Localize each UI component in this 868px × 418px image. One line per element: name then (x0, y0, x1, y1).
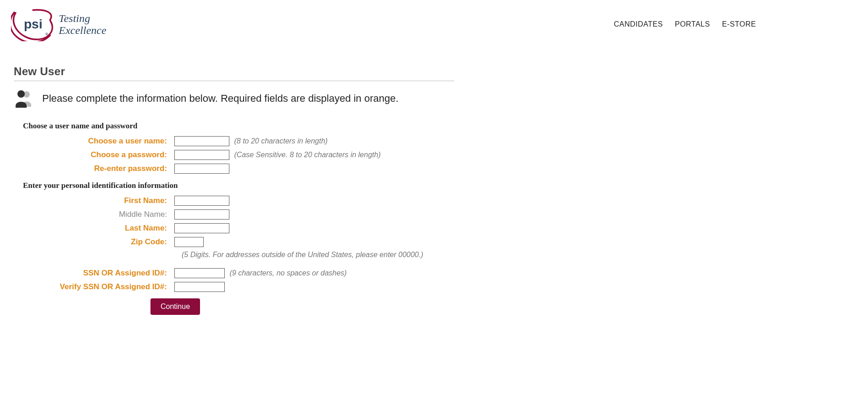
label-middlename: Middle Name: (23, 210, 174, 219)
input-middlename[interactable] (174, 209, 229, 220)
label-zip: Zip Code: (23, 237, 174, 247)
logo-tagline-line1: Testing (59, 12, 106, 24)
svg-text:psi: psi (24, 17, 42, 31)
label-password2: Re-enter password: (23, 164, 174, 173)
nav-portals[interactable]: PORTALS (675, 20, 710, 28)
users-icon (14, 89, 34, 108)
field-zip: Zip Code: (23, 237, 454, 247)
button-row: Continue (23, 298, 454, 315)
field-username: Choose a user name: (8 to 20 characters … (23, 136, 454, 146)
header: psi R Testing Excellence CANDIDATES PORT… (0, 0, 868, 47)
field-ssn2: Verify SSN OR Assigned ID#: (23, 282, 454, 292)
input-username[interactable] (174, 136, 229, 146)
logo[interactable]: psi R Testing Excellence (11, 7, 106, 41)
hint-ssn: (9 characters, no spaces or dashes) (229, 269, 346, 277)
intro-row: Please complete the information below. R… (14, 89, 454, 108)
logo-tagline-line2: Excellence (59, 24, 106, 36)
field-middlename: Middle Name: (23, 209, 454, 220)
label-ssn2: Verify SSN OR Assigned ID#: (23, 282, 174, 292)
input-ssn[interactable] (174, 268, 225, 278)
field-password2: Re-enter password: (23, 164, 454, 174)
personal-form: First Name: Middle Name: Last Name: Zip … (23, 196, 454, 315)
input-firstname[interactable] (174, 196, 229, 206)
hint-zip-row: (5 Digits. For addresses outside of the … (23, 251, 454, 259)
section-personal-head: Enter your personal identification infor… (23, 181, 454, 190)
label-password: Choose a password: (23, 150, 174, 160)
field-ssn: SSN OR Assigned ID#: (9 characters, no s… (23, 268, 454, 278)
psi-logo-icon: psi R (11, 7, 54, 41)
credentials-form: Choose a user name: (8 to 20 characters … (23, 136, 454, 174)
logo-tagline: Testing Excellence (59, 12, 106, 37)
label-lastname: Last Name: (23, 224, 174, 233)
label-firstname: First Name: (23, 196, 174, 205)
nav: CANDIDATES PORTALS E-STORE (614, 20, 857, 28)
input-ssn2[interactable] (174, 282, 225, 292)
nav-estore[interactable]: E-STORE (722, 20, 756, 28)
hint-zip: (5 Digits. For addresses outside of the … (182, 251, 423, 259)
nav-candidates[interactable]: CANDIDATES (614, 20, 663, 28)
main-content: New User Please complete the information… (0, 47, 468, 333)
field-lastname: Last Name: (23, 223, 454, 233)
section-credentials-head: Choose a user name and password (23, 121, 454, 131)
intro-text: Please complete the information below. R… (42, 93, 399, 104)
label-ssn: SSN OR Assigned ID#: (23, 269, 174, 278)
page-title: New User (14, 65, 454, 81)
field-password: Choose a password: (Case Sensitive. 8 to… (23, 150, 454, 160)
field-firstname: First Name: (23, 196, 454, 206)
hint-password: (Case Sensitive. 8 to 20 characters in l… (234, 151, 380, 159)
label-username: Choose a user name: (23, 137, 174, 146)
input-zip[interactable] (174, 237, 204, 247)
hint-username: (8 to 20 characters in length) (234, 137, 328, 145)
svg-point-4 (17, 90, 25, 98)
input-password2[interactable] (174, 164, 229, 174)
continue-button[interactable]: Continue (150, 298, 200, 315)
input-password[interactable] (174, 150, 229, 160)
input-lastname[interactable] (174, 223, 229, 233)
